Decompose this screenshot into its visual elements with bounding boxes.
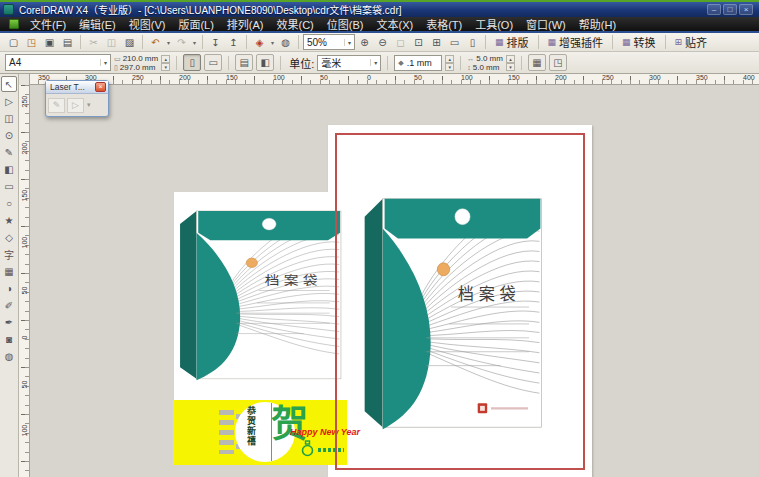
ellipse-tool[interactable]: ○ [1, 195, 17, 211]
close-button[interactable]: × [739, 4, 753, 15]
envelope-left[interactable]: 档案袋 [174, 192, 347, 400]
zoom-in-button[interactable]: ⊕ [356, 34, 373, 50]
menu-item-window[interactable]: 窗口(W) [526, 16, 566, 32]
paper-preset-combo[interactable]: A4 ▾ [5, 54, 111, 71]
palette-close-button[interactable]: × [95, 82, 106, 92]
v-ruler-tick-label: 50 [21, 380, 28, 390]
freehand-tool[interactable]: ✎ [1, 144, 17, 160]
fill-tool[interactable]: ◙ [1, 331, 17, 347]
new-button[interactable]: ▢ [5, 34, 22, 50]
portrait-button[interactable]: ▯ [183, 54, 201, 71]
paper-size-spinner[interactable]: ▴ ▾ [161, 55, 170, 71]
zoom-level-combo[interactable]: 50% ▾ [303, 34, 355, 50]
menu-item-table[interactable]: 表格(T) [426, 16, 462, 32]
menu-item-file[interactable]: 文件(F) [30, 16, 66, 32]
window-controls: – □ × [707, 4, 759, 15]
units-combo[interactable]: 毫米 ▾ [317, 55, 381, 71]
launcher-dropdown-icon[interactable]: ▾ [269, 39, 276, 46]
typesetting-button[interactable]: ▦ 排版 [490, 34, 534, 51]
menu-item-effects[interactable]: 效果(C) [277, 16, 314, 32]
paste-button[interactable]: ▨ [121, 34, 138, 50]
application-launcher-button[interactable]: ◈ [251, 34, 268, 50]
export-button[interactable]: ↥ [225, 34, 242, 50]
h-ruler-tick-label: 400 [743, 74, 755, 81]
vertical-ruler[interactable]: 25020015010050050100 [19, 85, 30, 477]
menu-item-edit[interactable]: 编辑(E) [79, 16, 116, 32]
snap-to-button[interactable]: ⊞ 贴齐 [670, 34, 713, 51]
undo-button[interactable]: ↶ [147, 34, 164, 50]
palette-title-bar[interactable]: Laser T... × [46, 81, 108, 94]
crop-tool[interactable]: ◫ [1, 110, 17, 126]
paper-size-fields[interactable]: ▭210.0 mm ▯297.0 mm [114, 54, 158, 72]
ruler-origin-corner[interactable] [19, 74, 30, 85]
new-year-banner[interactable]: 恭贺新禧 贺 Happy New Year [173, 400, 347, 465]
zoom-out-button[interactable]: ⊖ [374, 34, 391, 50]
interactive-blend-tool[interactable]: ◑ [1, 280, 17, 296]
options-button[interactable]: ◳ [549, 54, 567, 71]
palette-dropdown-icon[interactable]: ▾ [87, 101, 91, 109]
brand-micro-text [318, 448, 344, 452]
outline-pen-tool[interactable]: ✒ [1, 314, 17, 330]
pick-tool[interactable]: ↖ [1, 76, 17, 92]
print-button[interactable]: ▤ [59, 34, 76, 50]
convert-button[interactable]: ▦ 转换 [617, 34, 661, 51]
open-button[interactable]: ◳ [23, 34, 40, 50]
import-button[interactable]: ↧ [207, 34, 224, 50]
current-page-button[interactable]: ◧ [256, 54, 274, 71]
zoom-to-page-button[interactable]: ⊞ [428, 34, 445, 50]
maximize-button[interactable]: □ [723, 4, 737, 15]
zoom-page-width-button[interactable]: ▭ [446, 34, 463, 50]
smart-fill-tool[interactable]: ◧ [1, 161, 17, 177]
zoom-page-height-button[interactable]: ▯ [464, 34, 481, 50]
nudge-field[interactable]: ◆ .1 mm [394, 55, 442, 71]
menu-item-layout[interactable]: 版面(L) [178, 16, 213, 32]
menu-item-bitmaps[interactable]: 位图(B) [327, 16, 364, 32]
units-value: 毫米 [321, 55, 341, 70]
zoom-selected-button[interactable]: ◻ [392, 34, 409, 50]
redo-dropdown-icon[interactable]: ▾ [191, 39, 198, 46]
envelope-right[interactable]: 档案袋 [358, 173, 548, 456]
rectangle-tool[interactable]: ▭ [1, 178, 17, 194]
duplicate-distance-fields[interactable]: ↔5.0 mm ↕5.0 mm [467, 54, 503, 72]
text-tool[interactable]: 字 [1, 246, 17, 262]
duplicate-spinner[interactable]: ▴ ▾ [506, 55, 515, 71]
corel-online-button[interactable]: ◍ [277, 34, 294, 50]
laser-preset-icon[interactable]: ▷ [67, 98, 84, 113]
cut-button[interactable]: ✂ [85, 34, 102, 50]
spin-down-icon[interactable]: ▾ [445, 63, 454, 71]
spin-down-icon[interactable]: ▾ [506, 63, 515, 71]
landscape-button[interactable]: ▭ [204, 54, 222, 71]
interactive-fill-tool[interactable]: ◍ [1, 348, 17, 364]
spin-down-icon[interactable]: ▾ [161, 63, 170, 71]
nudge-spinner[interactable]: ▴ ▾ [445, 55, 454, 71]
zoom-all-objects-button[interactable]: ⊡ [410, 34, 427, 50]
menu-item-text[interactable]: 文本(X) [376, 16, 413, 32]
menu-item-view[interactable]: 视图(V) [129, 16, 166, 32]
treat-as-filled-button[interactable]: ▦ [528, 54, 546, 71]
drawing-canvas[interactable]: 档案袋 档案袋 恭贺新禧 贺 [30, 85, 759, 477]
laser-toolbar-palette[interactable]: Laser T... × ✎ ▷ ▾ [45, 80, 109, 117]
basic-shapes-tool[interactable]: ◇ [1, 229, 17, 245]
table-tool[interactable]: ▦ [1, 263, 17, 279]
laser-preset-icon[interactable]: ✎ [48, 98, 65, 113]
undo-dropdown-icon[interactable]: ▾ [165, 39, 172, 46]
shape-tool[interactable]: ▷ [1, 93, 17, 109]
menu-item-tools[interactable]: 工具(O) [475, 16, 513, 32]
enhanced-plugins-button[interactable]: ▦ 增强插件 [543, 34, 609, 51]
spin-up-icon[interactable]: ▴ [161, 55, 170, 63]
chevron-down-icon: ▾ [344, 39, 351, 46]
horizontal-ruler[interactable]: 3503002502001501005005010015020025030035… [19, 74, 759, 85]
spin-up-icon[interactable]: ▴ [445, 55, 454, 63]
redo-button[interactable]: ↷ [173, 34, 190, 50]
polygon-tool[interactable]: ★ [1, 212, 17, 228]
menu-item-arrange[interactable]: 排列(A) [227, 16, 264, 32]
save-button[interactable]: ▣ [41, 34, 58, 50]
menu-item-help[interactable]: 帮助(H) [579, 16, 616, 32]
minimize-button[interactable]: – [707, 4, 721, 15]
all-pages-button[interactable]: ▤ [235, 54, 253, 71]
zoom-tool[interactable]: ⊙ [1, 127, 17, 143]
copy-button[interactable]: ◫ [103, 34, 120, 50]
window-title: CorelDRAW X4（专业版）- [C:\Users\LUANPHONE80… [19, 2, 402, 17]
spin-up-icon[interactable]: ▴ [506, 55, 515, 63]
eyedropper-tool[interactable]: ✐ [1, 297, 17, 313]
